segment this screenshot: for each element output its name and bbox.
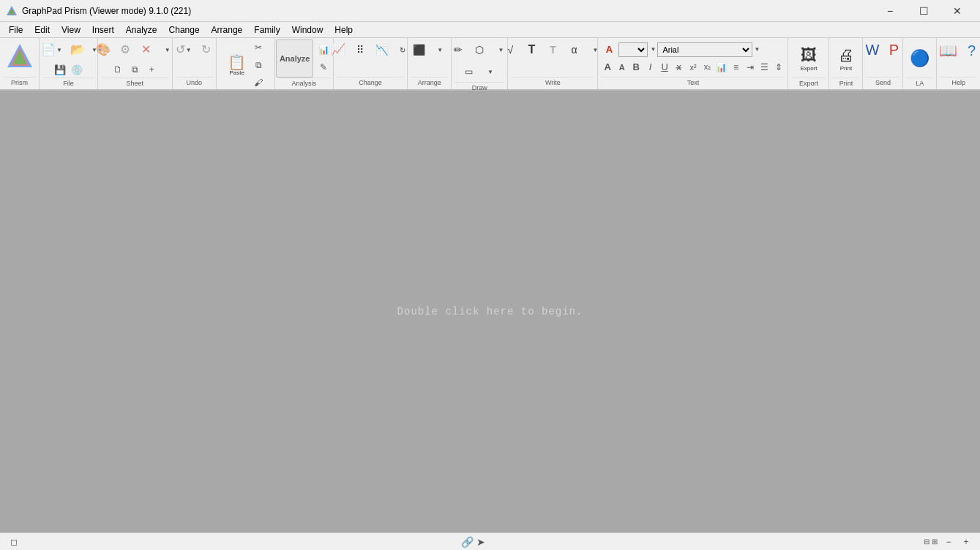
save-as-icon: 💿 (71, 64, 83, 75)
arrange-dropdown-button[interactable]: ▼ (430, 39, 450, 60)
ribbon-group-arrange: ⬛ ▼ Arrange (408, 38, 452, 89)
menu-file[interactable]: File (3, 22, 29, 37)
ribbon-group-analysis: Analyze 📊 ✎ Analysis (275, 38, 334, 89)
menu-edit[interactable]: Edit (29, 22, 56, 37)
superscript-button[interactable]: x² (687, 59, 699, 75)
redo-button[interactable]: ↻ (196, 39, 217, 60)
ribbon-label-help: Help (940, 77, 977, 88)
draw-pencil-button[interactable]: ✏ (448, 39, 468, 60)
link-button[interactable]: 🔗 (461, 536, 474, 548)
menu-insert[interactable]: Insert (86, 22, 120, 37)
ribbon-group-clipboard: 📋 Paste ✂ ⧉ 🖌 (217, 38, 275, 89)
scatter-icon: ⠿ (356, 44, 364, 56)
ribbon-group-print: 🖨 Print Print (829, 38, 863, 89)
subscript-icon: x₂ (704, 62, 711, 72)
question-icon: ? (968, 42, 976, 59)
change-graph-scatter-button[interactable]: ⠿ (350, 39, 370, 60)
sheet-add-button[interactable]: 🗋 (110, 61, 126, 78)
status-left: ◻ (6, 534, 22, 550)
open-button[interactable]: 📂 (67, 39, 89, 60)
undo-icon: ↺ (176, 44, 185, 56)
align-list-button[interactable]: ≡ (730, 59, 742, 75)
change-graph-line-button[interactable]: 📉 (371, 39, 392, 60)
zoom-out-button[interactable]: − (940, 534, 957, 550)
arrange-left-button[interactable]: ⬛ (408, 39, 429, 60)
export-button[interactable]: 🖼 Export (796, 39, 820, 78)
draw-rect-button[interactable]: ▭ (459, 61, 479, 82)
align-list-icon: ≡ (733, 62, 738, 72)
font-size-dropdown[interactable] (618, 42, 648, 57)
format-painter-button[interactable]: 🖌 (250, 75, 266, 91)
bold-button[interactable]: B (629, 59, 642, 75)
ribbon-group-change: 📈 ⠿ 📉 ↻ Change (334, 38, 408, 89)
ribbon-label-file: File (42, 78, 94, 88)
menu-window[interactable]: Window (286, 22, 329, 37)
open-icon: 📂 (70, 44, 85, 56)
ribbon-label-change: Change (337, 77, 405, 88)
powerpoint-icon: P (889, 42, 899, 59)
decrease-font-icon: A (619, 63, 625, 72)
print-button[interactable]: 🖨 Print (834, 39, 858, 78)
write-T-small-button[interactable]: T (542, 39, 563, 60)
menu-change[interactable]: Change (163, 22, 206, 37)
menu-analyze[interactable]: Analyze (120, 22, 163, 37)
status-zoom-controls: ⊟ ⊞ (924, 538, 938, 546)
main-canvas[interactable]: Double click here to begin. (0, 91, 980, 532)
ribbon-label-arrange: Arrange (411, 77, 448, 88)
analyze-button[interactable]: Analyze (276, 39, 314, 78)
chart-button[interactable]: 📊 (715, 59, 727, 75)
bar-chart-icon: 📈 (331, 44, 345, 56)
sheet-settings-button[interactable]: ⚙ (115, 39, 135, 60)
write-T-button[interactable]: T (521, 39, 542, 60)
change-graph-type-button[interactable]: 📈 (327, 39, 349, 60)
indent-button[interactable]: ⇥ (744, 59, 756, 75)
cut-button[interactable]: ✂ (250, 39, 266, 56)
text-align-dropdown-button[interactable]: ☰ (758, 59, 771, 75)
send-ppt-button[interactable]: P (883, 39, 904, 61)
italic-icon: I (649, 61, 652, 72)
link-arrow-button[interactable]: ➤ (476, 536, 485, 548)
save-button[interactable]: 💾 (52, 61, 68, 78)
send-word-button[interactable]: W (861, 39, 883, 61)
close-button[interactable]: ✕ (940, 0, 974, 22)
sheet-delete-button[interactable]: ✕ (136, 39, 157, 60)
zoom-in-button[interactable]: + (958, 534, 974, 550)
menu-help[interactable]: Help (329, 22, 359, 37)
ribbon-group-text: A ▼ Arial ▼ A A (598, 38, 788, 89)
ribbon-content: Prism 📄 ▼ 📂 ▼ (0, 38, 980, 89)
draw-shape-button[interactable]: ⬡ (469, 39, 490, 60)
la-button[interactable]: 🔵 (906, 39, 933, 78)
copy-button[interactable]: ⧉ (250, 57, 266, 73)
font-size-increase-button[interactable]: A (601, 59, 613, 75)
text-spacing-button[interactable]: ⇕ (772, 59, 785, 75)
sheet-insert-button[interactable]: + (143, 61, 160, 78)
undo-button[interactable]: ↺ ▼ (172, 39, 195, 60)
new-button[interactable]: 📄 ▼ (37, 39, 66, 60)
font-family-dropdown[interactable]: Arial (657, 42, 752, 57)
minimize-button[interactable]: − (873, 0, 907, 22)
menu-family[interactable]: Family (248, 22, 285, 37)
write-alpha-button[interactable]: α (564, 39, 584, 60)
underline-button[interactable]: U (658, 59, 670, 75)
menu-arrange[interactable]: Arrange (206, 22, 249, 37)
menu-view[interactable]: View (56, 22, 86, 37)
help-question-button[interactable]: ? (962, 40, 980, 61)
status-icon-left[interactable]: ◻ (6, 534, 22, 550)
save-as-button[interactable]: 💿 (69, 61, 85, 78)
font-color-A-icon: A (606, 44, 613, 55)
draw-rect-dropdown-button[interactable]: ▼ (480, 61, 501, 82)
font-size-decrease-button[interactable]: A (616, 59, 628, 75)
write-sqrt-button[interactable]: √ (500, 39, 520, 60)
help-prism-button[interactable]: 📖 (935, 39, 961, 61)
italic-button[interactable]: I (644, 59, 657, 75)
strikethrough-button[interactable]: x̶ (673, 59, 685, 75)
sheet-color-button[interactable]: 🎨 (92, 39, 114, 60)
ribbon-group-send: W P Send (863, 38, 903, 89)
export-icon: 🖼 (801, 46, 817, 65)
maximize-button[interactable]: ☐ (907, 0, 940, 22)
font-color-button[interactable]: A (601, 42, 617, 58)
subscript-button[interactable]: x₂ (701, 59, 714, 75)
paste-button[interactable]: 📋 Paste (224, 46, 250, 84)
sheet-duplicate-button[interactable]: ⧉ (127, 61, 143, 78)
prism-logo-button[interactable] (3, 39, 37, 73)
